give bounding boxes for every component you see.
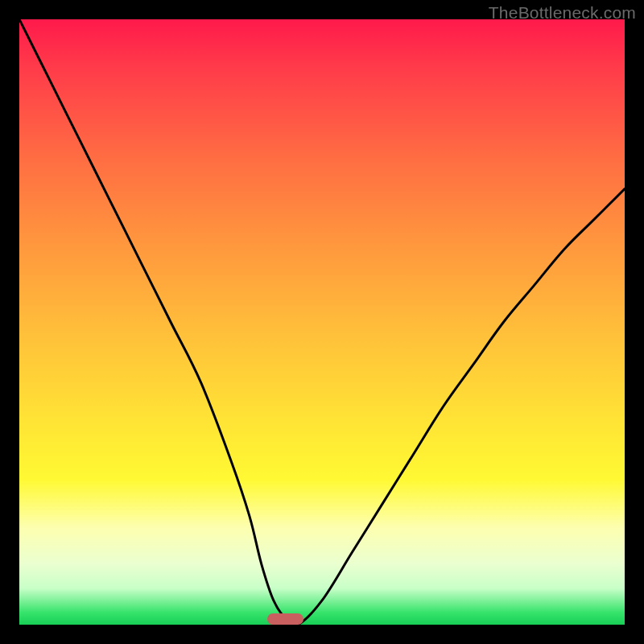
optimal-marker <box>267 613 303 625</box>
bottleneck-curve <box>19 19 625 625</box>
watermark-text: TheBottleneck.com <box>489 3 636 23</box>
chart-area <box>19 19 625 625</box>
